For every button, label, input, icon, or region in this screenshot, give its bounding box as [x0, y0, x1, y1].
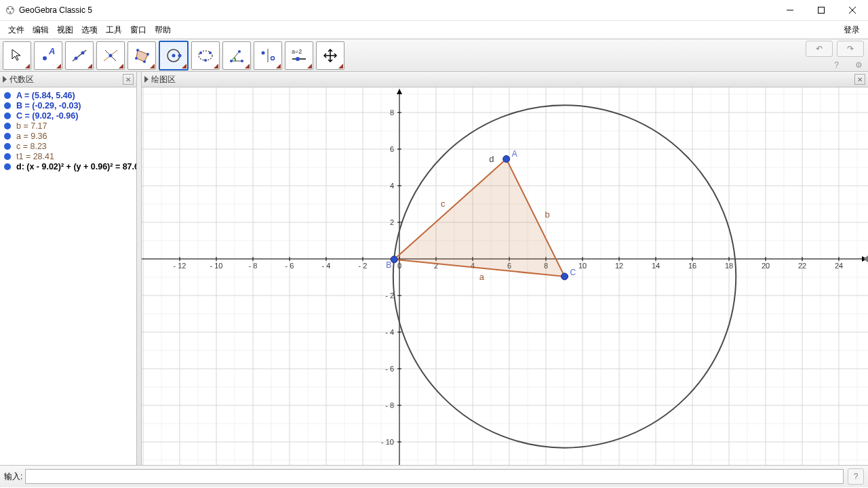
svg-text:6: 6	[390, 145, 394, 153]
tool-circle[interactable]	[159, 41, 189, 70]
svg-marker-209	[863, 256, 868, 262]
svg-text:- 2: - 2	[385, 291, 394, 300]
svg-point-203	[503, 156, 510, 163]
svg-text:- 10: - 10	[210, 262, 223, 270]
algebra-item[interactable]: b = 7.17	[4, 121, 132, 131]
svg-point-8	[43, 56, 47, 60]
menu-help[interactable]: 帮助	[151, 23, 175, 37]
close-button[interactable]	[837, 0, 868, 20]
svg-point-12	[81, 51, 85, 54]
svg-point-20	[135, 57, 138, 60]
svg-text:c: c	[441, 199, 446, 209]
svg-marker-140	[397, 89, 402, 94]
tool-angle[interactable]	[222, 41, 251, 70]
gear-icon[interactable]: ⚙	[855, 60, 863, 70]
algebra-title: 代数区	[9, 74, 34, 85]
input-label: 输入:	[4, 471, 22, 483]
tool-polygon[interactable]	[127, 41, 156, 70]
menu-tools[interactable]: 工具	[102, 23, 126, 37]
menu-options[interactable]: 选项	[77, 23, 102, 37]
svg-point-30	[238, 50, 241, 53]
algebra-item[interactable]: A = (5.84, 5.46)	[4, 91, 132, 100]
svg-text:A: A	[48, 46, 55, 56]
svg-text:- 6: - 6	[385, 365, 394, 373]
tool-move[interactable]	[3, 41, 31, 70]
svg-point-25	[199, 52, 202, 54]
algebra-panel: 代数区 ✕ A = (5.84, 5.46)B = (-0.29, -0.03)…	[0, 72, 137, 465]
svg-text:8: 8	[390, 108, 394, 117]
svg-point-15	[109, 54, 113, 57]
chevron-right-icon	[144, 76, 149, 83]
svg-text:18: 18	[725, 262, 733, 270]
menu-window[interactable]: 窗口	[126, 23, 151, 37]
algebra-item[interactable]: d: (x - 9.02)² + (y + 0.96)² = 87.6	[4, 162, 132, 171]
svg-marker-16	[136, 50, 148, 62]
svg-point-18	[146, 53, 149, 56]
algebra-item[interactable]: c = 8.23	[4, 142, 132, 151]
input-help-icon[interactable]: ?	[848, 468, 864, 485]
svg-point-204	[391, 256, 397, 263]
undo-button[interactable]: ↶	[806, 41, 833, 57]
redo-button[interactable]: ↷	[837, 41, 864, 57]
panels: 代数区 ✕ A = (5.84, 5.46)B = (-0.29, -0.03)…	[0, 72, 868, 465]
svg-point-11	[75, 56, 78, 60]
graphics-canvas[interactable]: - 12- 10- 8- 6- 4- 202468101214161820222…	[142, 87, 868, 465]
svg-point-22	[172, 54, 176, 57]
svg-point-27	[204, 59, 207, 62]
menu-view[interactable]: 视图	[53, 23, 77, 37]
tool-perpendicular[interactable]	[96, 41, 125, 70]
svg-point-2	[12, 8, 13, 9]
input-bar: 输入: ?	[0, 465, 868, 487]
svg-point-23	[178, 54, 182, 57]
menu-file[interactable]: 文件	[4, 23, 28, 37]
svg-text:0: 0	[397, 262, 401, 270]
help-icon[interactable]: ?	[834, 60, 839, 70]
svg-point-29	[241, 60, 243, 62]
panel-divider[interactable]	[137, 72, 142, 465]
command-input[interactable]	[25, 469, 844, 484]
tool-slider[interactable]: a=2	[285, 41, 313, 70]
menubar: 文件 编辑 视图 选项 工具 窗口 帮助 登录	[0, 21, 868, 39]
algebra-item[interactable]: t1 = 28.41	[4, 152, 132, 161]
tool-conic[interactable]	[191, 41, 220, 70]
tool-point[interactable]: A	[34, 41, 62, 70]
algebra-item[interactable]: B = (-0.29, -0.03)	[4, 101, 132, 110]
svg-text:- 4: - 4	[385, 328, 394, 336]
tool-transform[interactable]	[254, 41, 282, 70]
titlebar: GeoGebra Classic 5	[0, 0, 868, 21]
svg-point-3	[9, 12, 11, 13]
svg-point-33	[271, 56, 275, 60]
svg-text:12: 12	[615, 262, 623, 270]
window-title: GeoGebra Classic 5	[19, 5, 92, 15]
algebra-close-icon[interactable]: ✕	[123, 74, 134, 85]
menu-edit[interactable]: 编辑	[28, 23, 53, 37]
algebra-item[interactable]: C = (9.02, -0.96)	[4, 111, 132, 121]
svg-text:a: a	[479, 272, 485, 282]
svg-text:- 8: - 8	[249, 262, 258, 270]
svg-text:24: 24	[835, 262, 843, 270]
maximize-button[interactable]	[806, 0, 837, 20]
graphics-close-icon[interactable]: ✕	[854, 74, 865, 85]
svg-text:b: b	[545, 209, 550, 220]
tool-line[interactable]	[65, 41, 94, 70]
svg-text:C: C	[570, 268, 576, 277]
svg-rect-5	[818, 7, 825, 14]
algebra-header[interactable]: 代数区 ✕	[0, 72, 136, 87]
svg-text:16: 16	[688, 262, 696, 270]
toolbar: A a=2 ↶ ↷ ? ⚙	[0, 39, 868, 72]
graphics-header[interactable]: 绘图区 ✕	[142, 72, 868, 87]
svg-text:B: B	[386, 260, 391, 270]
svg-text:- 6: - 6	[285, 262, 294, 270]
login-link[interactable]: 登录	[840, 23, 864, 37]
svg-text:a=2: a=2	[292, 48, 302, 55]
svg-point-32	[262, 51, 265, 54]
svg-text:20: 20	[762, 262, 770, 270]
svg-text:A: A	[512, 149, 517, 159]
svg-text:22: 22	[798, 262, 806, 270]
tool-move-view[interactable]	[316, 41, 344, 70]
app-icon	[5, 5, 15, 15]
svg-marker-199	[394, 159, 564, 277]
algebra-item[interactable]: a = 9.36	[4, 131, 132, 141]
minimize-button[interactable]	[774, 0, 806, 20]
svg-text:2: 2	[390, 218, 394, 226]
